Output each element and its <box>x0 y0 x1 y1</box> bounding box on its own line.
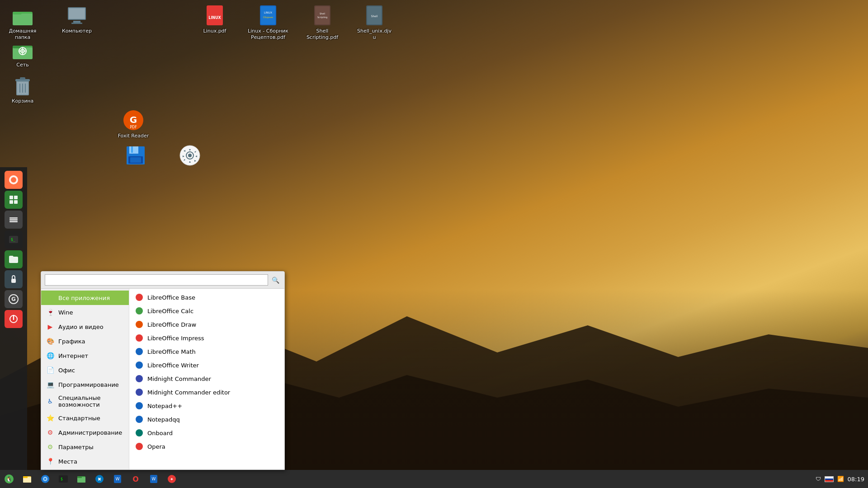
category-item-admin[interactable]: ⚙Администрирование <box>41 425 129 440</box>
categories-panel: ⊞Все приложения🍷Wine▶Аудио и видео🎨Графи… <box>41 289 129 469</box>
taskbar-files[interactable] <box>18 470 36 488</box>
sidebar-icon-lock[interactable] <box>5 270 23 288</box>
app-item-libreoffice-calc[interactable]: LibreOffice Calc <box>129 304 284 318</box>
svg-text:LINUX: LINUX <box>264 11 272 14</box>
category-icon-office: 📄 <box>46 366 55 375</box>
category-item-graphics[interactable]: 🎨Графика <box>41 334 129 348</box>
category-icon-all: ⊞ <box>46 293 55 302</box>
category-item-audio-video[interactable]: ▶Аудио и видео <box>41 319 129 334</box>
taskbar-red-app[interactable]: ✦ <box>163 470 181 488</box>
desktop-icon-home[interactable]: Домашняя папка <box>5 5 41 41</box>
network-icon-label: Сеть <box>16 62 28 68</box>
category-icon-places: 📍 <box>46 457 55 466</box>
sidebar-icon-terminal[interactable]: $_ <box>5 230 23 249</box>
taskbar-terminal[interactable]: $ <box>54 470 72 488</box>
desktop-icon-linux-pdf[interactable]: LINUX Linux.pdf <box>197 5 233 34</box>
app-item-libreoffice-writer[interactable]: LibreOffice Writer <box>129 358 284 372</box>
desktop-icon-linux-book[interactable]: LINUXСборник Linux - Сборник Рецептов.pd… <box>248 5 288 41</box>
sidebar-icon-folder[interactable] <box>5 250 23 268</box>
category-item-programming[interactable]: 💻Программирование <box>41 377 129 392</box>
linux-book-label: Linux - Сборник Рецептов.pdf <box>248 28 288 41</box>
svg-text:W: W <box>152 477 156 481</box>
app-label-midnight-commander: Midnight Commander <box>147 375 211 382</box>
settings-gear-icon <box>179 145 201 166</box>
app-item-libreoffice-draw[interactable]: LibreOffice Draw <box>129 318 284 331</box>
svg-point-69 <box>137 309 142 313</box>
app-item-midnight-commander-editor[interactable]: Midnight Commander editor <box>129 385 284 399</box>
desktop-icon-foxit[interactable]: GPDF Foxit Reader <box>115 109 151 139</box>
svg-text:Scripting: Scripting <box>317 16 327 19</box>
desktop-icon-network[interactable]: Сеть <box>5 38 41 68</box>
apps-list-panel: LibreOffice BaseLibreOffice CalcLibreOff… <box>129 289 284 469</box>
category-icon-wine: 🍷 <box>46 308 55 317</box>
app-item-notepadqq[interactable]: Notepadqq <box>129 413 284 426</box>
app-icon-libreoffice-writer <box>135 361 144 370</box>
svg-point-97 <box>44 478 46 480</box>
category-item-places[interactable]: 📍Места <box>41 454 129 469</box>
shell-scripting-label: Shell Scripting.pdf <box>302 28 343 41</box>
desktop-icon-shell-unix[interactable]: Shell Shell_unix.djvu <box>356 5 392 41</box>
taskbar-firefox[interactable] <box>36 470 54 488</box>
taskbar-libreoffice[interactable]: W <box>108 470 127 488</box>
app-item-libreoffice-base[interactable]: LibreOffice Base <box>129 291 284 304</box>
sidebar-icon-power[interactable] <box>5 310 23 328</box>
category-icon-internet: 🌐 <box>46 351 55 360</box>
taskbar-right: 🛡 📶 08:19 <box>816 476 868 483</box>
taskbar-start-button[interactable]: 🐧 <box>0 470 18 488</box>
category-icon-graphics: 🎨 <box>46 337 55 346</box>
svg-point-87 <box>137 431 142 435</box>
desktop-icon-settings-gear[interactable] <box>172 145 208 168</box>
svg-text:$: $ <box>61 477 63 481</box>
taskbar-opera[interactable]: O <box>127 470 145 488</box>
computer-icon-label: Компьютер <box>62 28 92 34</box>
svg-text:🐧: 🐧 <box>6 476 12 482</box>
category-item-internet[interactable]: 🌐Интернет <box>41 348 129 363</box>
linux-pdf-label: Linux.pdf <box>203 28 226 34</box>
category-item-accessibility[interactable]: ♿Специальные возможности <box>41 392 129 411</box>
app-item-onboard[interactable]: Onboard <box>129 426 284 440</box>
category-item-office[interactable]: 📄Офис <box>41 363 129 377</box>
category-item-wine[interactable]: 🍷Wine <box>41 305 129 319</box>
sidebar-icon-layers[interactable] <box>5 211 23 229</box>
app-label-libreoffice-impress: LibreOffice Impress <box>147 335 204 342</box>
app-item-notepadpp[interactable]: Notepad++ <box>129 399 284 413</box>
svg-rect-4 <box>13 14 33 25</box>
svg-point-83 <box>137 404 142 408</box>
category-item-all[interactable]: ⊞Все приложения <box>41 291 129 305</box>
search-input[interactable] <box>45 274 268 286</box>
app-label-libreoffice-calc: LibreOffice Calc <box>147 308 193 314</box>
svg-rect-24 <box>207 5 223 25</box>
desktop-icon-shell-scripting[interactable]: ShellScripting Shell Scripting.pdf <box>302 5 343 41</box>
app-menu: 🔍 ⊞Все приложения🍷Wine▶Аудио и видео🎨Гра… <box>41 271 285 470</box>
sidebar: $_ G <box>0 167 27 470</box>
svg-text:✦: ✦ <box>170 477 174 482</box>
category-icon-settings: ⚙ <box>46 442 55 451</box>
svg-rect-53 <box>14 196 18 199</box>
app-item-opera[interactable]: Opera <box>129 440 284 453</box>
app-icon-libreoffice-impress <box>135 333 144 343</box>
desktop-icon-trash[interactable]: Корзина <box>5 75 41 104</box>
category-label-internet: Интернет <box>58 352 88 359</box>
clock: 08:19 <box>848 476 864 483</box>
sidebar-icon-g[interactable]: G <box>5 290 23 308</box>
svg-rect-54 <box>9 200 13 204</box>
svg-rect-7 <box>69 8 85 19</box>
sidebar-icon-app[interactable] <box>5 171 23 189</box>
category-label-accessibility: Специальные возможности <box>58 394 124 408</box>
desktop-icon-floppy[interactable] <box>118 145 154 168</box>
svg-rect-56 <box>9 217 18 219</box>
svg-rect-52 <box>9 196 13 199</box>
search-icon[interactable]: 🔍 <box>270 275 281 286</box>
taskbar-xfce[interactable]: ✖ <box>90 470 108 488</box>
app-label-notepadpp: Notepad++ <box>147 403 182 409</box>
app-item-midnight-commander[interactable]: Midnight Commander <box>129 372 284 385</box>
taskbar-writer[interactable]: W <box>145 470 163 488</box>
desktop-icon-computer[interactable]: Компьютер <box>59 5 95 34</box>
app-item-libreoffice-math[interactable]: LibreOffice Math <box>129 345 284 358</box>
category-item-settings[interactable]: ⚙Параметры <box>41 440 129 454</box>
sidebar-icon-grid[interactable] <box>5 191 23 209</box>
app-item-libreoffice-impress[interactable]: LibreOffice Impress <box>129 331 284 345</box>
taskbar-folder[interactable] <box>72 470 90 488</box>
category-item-standard[interactable]: ⭐Стандартные <box>41 411 129 425</box>
svg-rect-94 <box>23 476 28 478</box>
